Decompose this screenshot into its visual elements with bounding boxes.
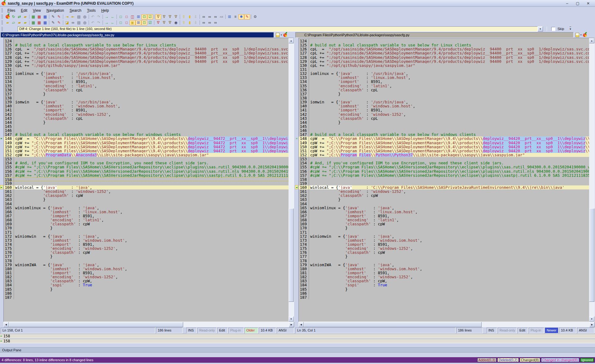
code-line[interactable]: 184 'sspi' : True — [4, 283, 289, 287]
undo-icon[interactable]: ↶ — [90, 14, 96, 20]
code-line[interactable]: 182 'encoding' : 'windows-1252', — [4, 275, 289, 279]
code-line[interactable]: 159 — [299, 181, 589, 185]
code-line[interactable]: 136 'classpath' : cpL — [4, 88, 289, 92]
code-line[interactable]: 147# build out a local classpath variabl… — [299, 132, 589, 136]
code-line[interactable]: 145 — [299, 124, 589, 128]
code-line[interactable]: 143 'classpath' : cpL — [4, 116, 289, 120]
session-up-icon[interactable]: ▰ — [16, 20, 22, 25]
copy-block-icon[interactable]: ▮ — [187, 14, 193, 20]
code-line[interactable]: 181 'iomport' : 8591, — [299, 271, 589, 275]
pane-sync-icon[interactable]: ⊡ — [141, 20, 147, 25]
code-line[interactable]: 162 'classpath' : cpW — [299, 193, 589, 197]
options-icon[interactable]: ⚙ — [252, 14, 258, 20]
code-line[interactable]: 129cpL += ":/opt/sasinside/SASHome/SASDe… — [4, 59, 289, 63]
left-copy-path-icon[interactable] — [276, 33, 280, 37]
compare-icon[interactable] — [5, 14, 11, 20]
find-next-icon[interactable]: ∞ — [201, 14, 207, 20]
code-line[interactable]: 169 'classpath' : cpW — [299, 222, 589, 226]
find-icon[interactable]: ◎ — [82, 14, 88, 20]
legend-chip-ignored[interactable]: Ignored — [580, 358, 594, 362]
right-code-pane[interactable]: 124125# build out a local classpath vari… — [298, 38, 595, 322]
print-file-icon[interactable]: ▤ — [76, 20, 82, 25]
menu-item-files[interactable]: Files — [5, 7, 18, 14]
right-scroll-down-icon[interactable]: ▼ — [589, 316, 594, 322]
recompare-icon[interactable]: ↻ — [11, 14, 16, 20]
code-line[interactable]: 182 'encoding' : 'windows-1252', — [299, 275, 589, 279]
code-line[interactable]: 131 — [299, 67, 589, 72]
code-line[interactable]: 161 'encoding' : 'windows-1252', — [4, 189, 289, 193]
code-line[interactable]: 165winiomlinux = {'java' : 'java', — [4, 206, 289, 210]
code-line[interactable]: 128cpL += ":/opt/sasinside/SASHome/SASDe… — [4, 55, 289, 59]
find-in-files-icon[interactable]: ∞ — [70, 20, 76, 25]
save-all-icon[interactable]: ▦ — [42, 14, 48, 20]
code-line[interactable]: 137 } — [299, 92, 589, 96]
merge-down-icon[interactable]: ⇩ — [193, 20, 199, 25]
code-line[interactable]: 174 'iomport' : 8591, — [4, 242, 289, 246]
pane-auto-icon[interactable]: ☑ — [147, 20, 153, 25]
legend-chip-deleted-0-2-[interactable]: Deleted(0,2) — [497, 358, 519, 362]
left-scroll-left-icon[interactable]: ◀ — [3, 322, 9, 327]
code-line[interactable]: 179winiomIWA = {'java' : 'java', — [299, 263, 589, 267]
copy-to-second-icon[interactable]: ⇤ — [70, 14, 76, 20]
code-line[interactable]: 157#cpW += ";C:\\Program Files\\SASHome\… — [299, 173, 589, 177]
code-line[interactable]: 142 'encoding' : 'windows-1252', — [299, 112, 589, 116]
undo-edit-icon[interactable]: ↶ — [90, 20, 96, 25]
right-horizontal-scroll-thumb[interactable] — [304, 322, 482, 327]
code-line[interactable]: 168 'encoding' : 'latin1', — [4, 218, 289, 222]
menu-item-search[interactable]: Search — [67, 7, 84, 14]
code-line[interactable]: 184 'sspi' : True — [299, 283, 589, 287]
filter-changed-icon[interactable]: ∇ — [173, 14, 179, 20]
left-scroll-down-icon[interactable]: ▼ — [289, 316, 294, 322]
left-scroll-right-icon[interactable]: ▶ — [289, 322, 294, 327]
edit-first-file-icon[interactable]: ✎ — [50, 14, 56, 20]
code-line[interactable]: 149cpW += ";C:\\Program Files\\SASHome\\… — [299, 141, 589, 145]
redo-edit-icon[interactable]: ↷ — [96, 20, 102, 25]
code-line[interactable]: 144 } — [299, 120, 589, 124]
code-line[interactable]: 146 — [4, 128, 289, 132]
filter-blocks-icon[interactable]: ∇ — [161, 20, 167, 25]
code-line[interactable]: 150cpW += ";C:\\Program Files\\SASHome\\… — [4, 145, 289, 149]
code-line[interactable]: 124 — [299, 39, 589, 43]
right-horizontal-scrollbar[interactable]: ◀ ▶ — [298, 322, 595, 327]
open-files-icon[interactable]: ▰ — [22, 14, 28, 20]
merge-up-icon[interactable]: ⇧ — [181, 20, 187, 25]
code-line[interactable]: 155#cpW += ";C:\\Program Files\\SASHome\… — [4, 165, 289, 169]
view-options-icon[interactable]: ⊞ — [227, 14, 232, 20]
toolbar-grip[interactable] — [1, 20, 3, 25]
code-line[interactable]: 166 'iomhost' : 'linux.iom.host', — [4, 210, 289, 214]
right-scroll-right-icon[interactable]: ▶ — [589, 322, 595, 327]
left-scroll-up-icon[interactable]: ▲ — [289, 38, 294, 43]
code-line[interactable]: 168 'encoding' : 'latin1', — [299, 218, 589, 222]
code-line[interactable]: 141 'iomport' : 8591, — [4, 108, 289, 112]
print-preview-icon[interactable]: ◎ — [82, 20, 88, 25]
code-line[interactable]: 132iomlinux = {'java' : '/usr/bin/java', — [4, 72, 289, 76]
code-line[interactable]: 139iomwin = {'java' : '/usr/bin/java', — [299, 100, 589, 104]
code-line[interactable]: 173 'iomhost' : 'windows.iom.host', — [299, 238, 589, 242]
code-line[interactable]: 144 } — [4, 120, 289, 124]
left-vertical-scroll-thumb[interactable] — [289, 208, 294, 302]
line-inspector-icon[interactable]: ≡ — [232, 14, 238, 20]
line-inspector-row[interactable]: ►158 — [0, 339, 595, 343]
code-line[interactable]: 163 } — [299, 197, 589, 202]
code-line[interactable]: 178 — [4, 259, 289, 263]
code-line[interactable]: 177 } — [4, 254, 289, 258]
pane-grid-icon[interactable]: ⊞ — [135, 20, 141, 25]
right-scroll-up-icon[interactable]: ▲ — [589, 38, 594, 43]
diffbar-grip[interactable] — [1, 27, 3, 31]
right-scroll-left-icon[interactable]: ◀ — [298, 322, 304, 327]
code-line[interactable]: 166 'iomhost' : 'linux.iom.host', — [299, 210, 589, 214]
code-line[interactable]: 163 } — [4, 197, 289, 202]
left-app-icon[interactable] — [283, 33, 287, 37]
code-line[interactable]: 186 — [4, 291, 289, 295]
left-vertical-scrollbar[interactable]: ▲ ▼ — [289, 38, 294, 322]
code-line[interactable]: 171 — [299, 230, 589, 234]
pane-first-icon[interactable]: □ — [118, 20, 124, 25]
code-line[interactable]: 179winiomIWA = {'java' : 'java', — [4, 263, 289, 267]
auto-recompare-icon[interactable]: ☑ — [147, 14, 153, 20]
right-copy-path-icon[interactable] — [575, 33, 579, 37]
code-line[interactable]: 160winlocal = {'java' : 'java', — [4, 185, 289, 189]
code-line[interactable]: 162 'classpath' : cpW — [4, 193, 289, 197]
code-line[interactable]: 148cpW = "C:\\Program Files\\SASHome\\SA… — [4, 136, 289, 141]
code-line[interactable]: 129cpL += ":/opt/sasinside/SASHome/SASDe… — [299, 59, 589, 63]
menu-item-tools[interactable]: Tools — [84, 7, 99, 14]
